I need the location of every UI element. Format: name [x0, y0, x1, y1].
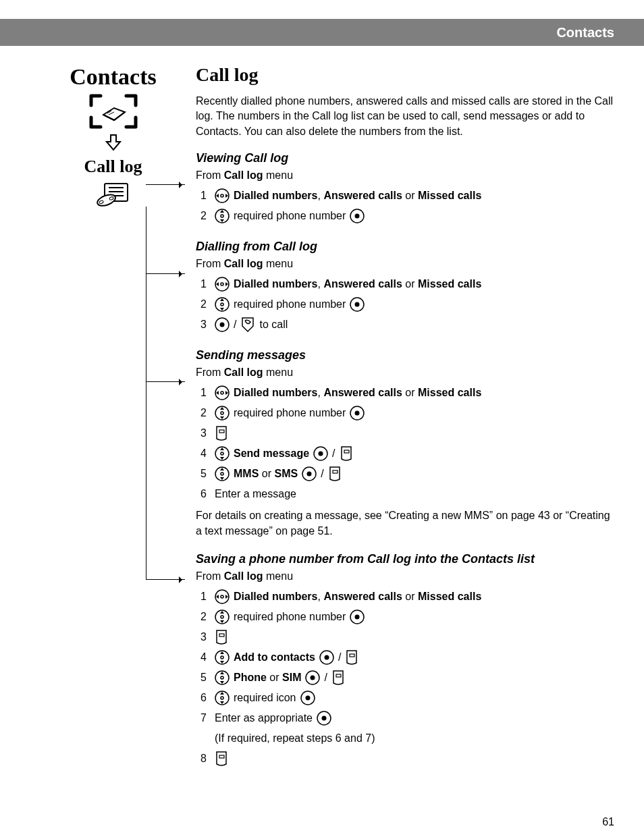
svg-point-14 — [221, 283, 223, 286]
nav-lr-icon — [215, 589, 230, 604]
step: 1 Dialled numbers, Answered calls or Mis… — [196, 186, 614, 206]
step: 7 Enter as appropriate — [196, 708, 614, 728]
center-dot-icon — [313, 446, 328, 461]
step: 5 Phone or SIM / — [196, 668, 614, 688]
softkey-icon — [215, 629, 228, 645]
step: 8 — [196, 749, 614, 769]
step-number: 1 — [196, 275, 207, 293]
nav-ud-icon — [215, 670, 230, 685]
step-number: 5 — [196, 669, 207, 686]
from-bold: Call log — [224, 367, 263, 378]
nav-lr-icon — [215, 188, 230, 203]
step-number: 2 — [196, 404, 207, 422]
step-text: to call — [259, 316, 288, 333]
contacts-icon — [54, 93, 172, 130]
step-number: 6 — [196, 689, 207, 707]
from-bold: Call log — [224, 570, 263, 582]
step-number: 4 — [196, 649, 207, 666]
step-text: Phone or SIM — [234, 669, 301, 686]
bold-c: Missed calls — [418, 387, 481, 398]
svg-point-16 — [221, 303, 223, 306]
svg-point-46 — [221, 656, 223, 659]
intro-text: Recently dialled phone numbers, answered… — [196, 94, 614, 139]
left-column: Contacts Call log — [54, 64, 172, 219]
svg-point-41 — [221, 616, 223, 618]
bold: Send message — [234, 445, 309, 462]
center-dot-icon — [317, 711, 331, 726]
svg-point-26 — [355, 411, 360, 416]
from-post: menu — [263, 570, 293, 582]
step: 4 Add to contacts / — [196, 647, 614, 668]
bold-b: Answered calls — [323, 190, 402, 201]
step: 1 Dialled numbers, Answered calls or Mis… — [196, 587, 614, 607]
bold-b: Answered calls — [323, 591, 402, 602]
step: 1 Dialled numbers, Answered calls or Mis… — [196, 274, 614, 294]
step: 3 / to call — [196, 315, 614, 335]
bold-b: Answered calls — [323, 278, 402, 290]
svg-point-56 — [221, 697, 223, 699]
header-bar: Contacts — [0, 19, 644, 46]
from-pre: From — [196, 570, 224, 582]
svg-point-12 — [355, 214, 360, 219]
nav-ud-icon — [215, 610, 230, 624]
section-saving: Saving a phone number from Call log into… — [196, 552, 614, 769]
step-note-text: (If required, repeat steps 6 and 7) — [215, 730, 375, 747]
softkey-icon — [215, 751, 228, 767]
step-number: 2 — [196, 207, 207, 225]
from-post: menu — [263, 258, 293, 269]
nav-ud-icon — [215, 466, 230, 481]
subheading: Saving a phone number from Call log into… — [196, 552, 614, 566]
bold-b: SMS — [274, 468, 298, 479]
from-pre: From — [196, 169, 224, 181]
from-line: From Call log menu — [196, 570, 614, 583]
center-dot-icon — [350, 209, 365, 223]
from-bold: Call log — [224, 169, 263, 181]
arrow-down-icon — [54, 134, 172, 154]
step-text: required phone number — [234, 207, 346, 225]
softkey-icon — [328, 466, 342, 482]
step-text: Dialled numbers, Answered calls or Misse… — [234, 588, 481, 605]
svg-point-20 — [220, 323, 225, 327]
step: 6 required icon — [196, 688, 614, 708]
sep: or — [402, 591, 418, 602]
svg-rect-61 — [219, 755, 224, 758]
center-dot-icon — [350, 610, 365, 624]
bold-a: MMS — [234, 468, 259, 479]
step-number: 5 — [196, 465, 207, 483]
step-text: Dialled numbers, Answered calls or Misse… — [234, 275, 481, 293]
sep: or — [402, 278, 418, 290]
sep: / — [332, 445, 335, 462]
step-text: required phone number — [234, 404, 346, 422]
nav-lr-icon — [215, 277, 230, 292]
nav-ud-icon — [215, 297, 230, 312]
bold: Add to contacts — [234, 649, 315, 666]
step-note: (If required, repeat steps 6 and 7) — [215, 728, 614, 749]
step: 1 Dialled numbers, Answered calls or Mis… — [196, 383, 614, 403]
step-number: 4 — [196, 445, 207, 462]
sep: or — [267, 672, 282, 683]
bold-a: Dialled numbers — [234, 278, 317, 290]
sep: or — [259, 468, 274, 479]
from-bold: Call log — [224, 258, 263, 269]
from-line: From Call log menu — [196, 169, 614, 182]
step: 2 required phone number — [196, 206, 614, 226]
main-heading: Call log — [196, 64, 614, 86]
sep: / — [321, 465, 323, 483]
svg-point-18 — [355, 302, 360, 307]
subheading: Sending messages — [196, 348, 614, 362]
svg-rect-27 — [219, 430, 224, 433]
step-number: 3 — [196, 316, 207, 333]
step-number: 1 — [196, 187, 207, 205]
bold-b: SIM — [282, 672, 301, 683]
center-dot-icon — [319, 650, 334, 665]
from-line: From Call log menu — [196, 258, 614, 270]
send-key-icon — [240, 317, 255, 333]
bold-a: Phone — [234, 672, 267, 683]
softkey-icon — [345, 649, 358, 666]
sep: / — [338, 649, 341, 666]
svg-point-39 — [221, 595, 223, 598]
section-messages: Sending messages From Call log menu 1 Di… — [196, 348, 614, 539]
svg-rect-37 — [333, 470, 338, 473]
center-dot-icon — [302, 466, 317, 481]
page-number: 61 — [602, 816, 614, 828]
